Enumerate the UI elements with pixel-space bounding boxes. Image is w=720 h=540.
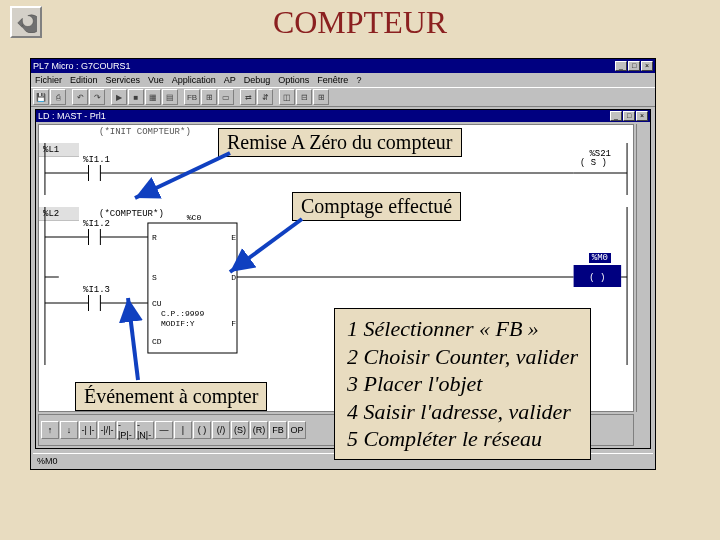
status-text: %M0 xyxy=(37,456,58,466)
menu-debug[interactable]: Debug xyxy=(244,75,271,85)
vertical-scrollbar[interactable] xyxy=(636,124,650,412)
palette-down-icon[interactable]: ↓ xyxy=(60,421,78,439)
menu-application[interactable]: Application xyxy=(172,75,216,85)
pin-cd: CD xyxy=(152,337,162,346)
palette-coil-reset-icon[interactable]: (R) xyxy=(250,421,268,439)
menu-services[interactable]: Services xyxy=(106,75,141,85)
tool-undo-icon[interactable]: ↶ xyxy=(72,89,88,105)
tool-print-icon[interactable]: ⎙ xyxy=(50,89,66,105)
coil-m0-addr: %M0 xyxy=(589,253,611,263)
app-title: PL7 Micro : G7COURS1 xyxy=(33,61,131,71)
menubar: Fichier Edition Services Vue Application… xyxy=(31,73,655,87)
maximize-button[interactable]: □ xyxy=(628,61,640,71)
tool-transfer-icon[interactable]: ⇵ xyxy=(257,89,273,105)
pin-f: F xyxy=(231,319,236,328)
pin-cu: CU xyxy=(152,299,162,308)
instr-line-1: 1 Sélectionner « FB » xyxy=(347,315,578,343)
pin-s: S xyxy=(152,273,157,282)
tool-window1-icon[interactable]: ◫ xyxy=(279,89,295,105)
rung-label-1: %L1 xyxy=(39,143,79,157)
palette-op-icon[interactable]: OP xyxy=(288,421,306,439)
instr-line-2: 2 Choisir Counter, valider xyxy=(347,343,578,371)
palette-rising-icon[interactable]: -|P|- xyxy=(117,421,135,439)
menu-ap[interactable]: AP xyxy=(224,75,236,85)
callout-evenement: Événement à compter xyxy=(75,382,267,411)
palette-fb-icon[interactable]: FB xyxy=(269,421,287,439)
counter-preset: C.P.:9999 xyxy=(161,309,204,318)
pin-r: R xyxy=(152,233,157,242)
palette-coil-neg-icon[interactable]: (/) xyxy=(212,421,230,439)
pin-d: D xyxy=(231,273,236,282)
palette-falling-icon[interactable]: -|N|- xyxy=(136,421,154,439)
slide-title: COMPTEUR xyxy=(0,4,720,41)
tool-window2-icon[interactable]: ⊟ xyxy=(296,89,312,105)
tool-table-icon[interactable]: ▤ xyxy=(162,89,178,105)
ladder-window-title: LD : MAST - Prl1 xyxy=(38,111,106,121)
instr-line-4: 4 Saisir l'adresse, valider xyxy=(347,398,578,426)
ladder-close-button[interactable]: × xyxy=(636,111,648,121)
ladder-minimize-button[interactable]: _ xyxy=(610,111,622,121)
menu-edition[interactable]: Edition xyxy=(70,75,98,85)
palette-up-icon[interactable]: ↑ xyxy=(41,421,59,439)
tool-module-icon[interactable]: ▭ xyxy=(218,89,234,105)
menu-options[interactable]: Options xyxy=(278,75,309,85)
menu-fichier[interactable]: Fichier xyxy=(35,75,62,85)
coil-s21-addr: %S21 xyxy=(589,149,611,159)
svg-text:(   ): ( ) xyxy=(589,273,605,283)
titlebar: PL7 Micro : G7COURS1 _ □ × xyxy=(31,59,655,73)
svg-text:( S ): ( S ) xyxy=(580,158,607,168)
palette-hline-icon[interactable]: — xyxy=(155,421,173,439)
ladder-titlebar: LD : MAST - Prl1 _ □ × xyxy=(36,110,650,122)
menu-help[interactable]: ? xyxy=(356,75,361,85)
palette-coil-icon[interactable]: ( ) xyxy=(193,421,211,439)
rung-label-2: %L2 xyxy=(39,207,79,221)
contact-i11: %I1.1 xyxy=(83,155,110,165)
menu-vue[interactable]: Vue xyxy=(148,75,164,85)
palette-contact-nc-icon[interactable]: -|/|- xyxy=(98,421,116,439)
instruction-box: 1 Sélectionner « FB » 2 Choisir Counter,… xyxy=(334,308,591,460)
instr-line-3: 3 Placer l'objet xyxy=(347,370,578,398)
tool-box-icon[interactable]: ⊞ xyxy=(201,89,217,105)
tool-save-icon[interactable]: 💾 xyxy=(33,89,49,105)
contact-i13: %I1.3 xyxy=(83,285,110,295)
tool-run-icon[interactable]: ▶ xyxy=(111,89,127,105)
network-comment: (*INIT COMPTEUR*) xyxy=(99,127,191,137)
tool-fb-icon[interactable]: FB xyxy=(184,89,200,105)
palette-contact-no-icon[interactable]: -| |- xyxy=(79,421,97,439)
menu-fenetre[interactable]: Fenêtre xyxy=(317,75,348,85)
svg-rect-21 xyxy=(574,265,622,287)
ladder-maximize-button[interactable]: □ xyxy=(623,111,635,121)
palette-vline-icon[interactable]: | xyxy=(174,421,192,439)
counter-fb[interactable]: %C0 R S CU CD E D F C.P.:9999 MODIF:Y xyxy=(149,223,239,353)
tool-stop-icon[interactable]: ■ xyxy=(128,89,144,105)
palette-coil-set-icon[interactable]: (S) xyxy=(231,421,249,439)
tool-redo-icon[interactable]: ↷ xyxy=(89,89,105,105)
close-button[interactable]: × xyxy=(641,61,653,71)
minimize-button[interactable]: _ xyxy=(615,61,627,71)
callout-raz: Remise A Zéro du compteur xyxy=(218,128,462,157)
toolbar: 💾 ⎙ ↶ ↷ ▶ ■ ▦ ▤ FB ⊞ ▭ ⇄ ⇵ ◫ ⊟ ⊞ xyxy=(31,87,655,107)
callout-comptage: Comptage effectué xyxy=(292,192,461,221)
counter-mode: MODIF:Y xyxy=(161,319,195,328)
instr-line-5: 5 Compléter le réseau xyxy=(347,425,578,453)
contact-i12: %I1.2 xyxy=(83,219,110,229)
tool-grid-icon[interactable]: ▦ xyxy=(145,89,161,105)
tool-offline-icon[interactable]: ⇄ xyxy=(240,89,256,105)
tool-window3-icon[interactable]: ⊞ xyxy=(313,89,329,105)
counter-id: %C0 xyxy=(149,213,239,222)
pin-e: E xyxy=(231,233,236,242)
